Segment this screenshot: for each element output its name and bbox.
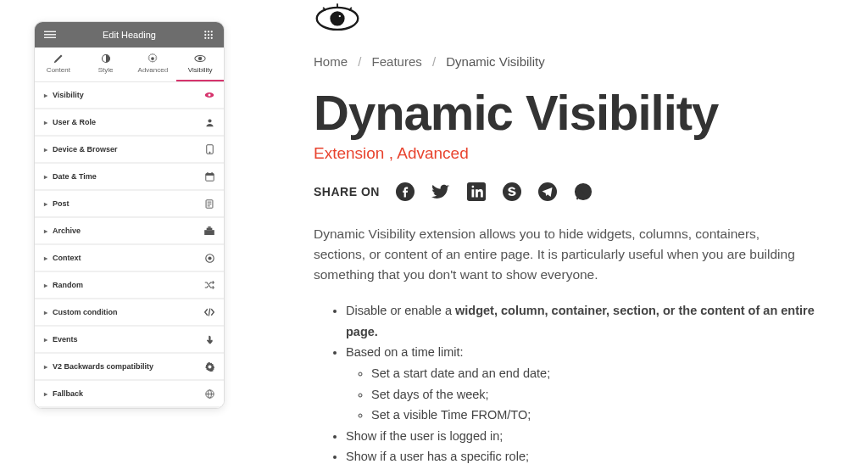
- breadcrumb-features[interactable]: Features: [372, 54, 422, 69]
- svg-point-33: [208, 256, 210, 259]
- acc-label: Device & Browser: [53, 145, 204, 154]
- chevron-right-icon: ▸: [44, 119, 47, 126]
- svg-point-17: [209, 94, 211, 97]
- svg-point-4: [208, 31, 209, 32]
- shuffle-icon: [204, 280, 214, 290]
- eye-icon: [204, 90, 214, 100]
- svg-point-6: [204, 34, 206, 36]
- list-item: Show if a user has a specific role;: [346, 446, 843, 464]
- tab-label: Advanced: [138, 66, 169, 74]
- acc-label: Context: [53, 254, 204, 262]
- chevron-right-icon: ▸: [44, 146, 47, 154]
- svg-point-7: [208, 34, 209, 36]
- acc-label: Visibility: [53, 91, 204, 99]
- chevron-right-icon: ▸: [44, 254, 47, 262]
- chevron-right-icon: ▸: [44, 282, 47, 289]
- tab-visibility[interactable]: Visibility: [176, 48, 224, 81]
- gear-icon: [204, 361, 214, 372]
- editor-panel: Edit Heading Content Style Advanced: [0, 0, 246, 464]
- phone-header: Edit Heading: [35, 22, 224, 48]
- svg-point-11: [211, 37, 213, 39]
- facebook-icon[interactable]: [395, 182, 415, 202]
- post-icon: [204, 198, 214, 209]
- accordion: ▸ Visibility ▸ User & Role ▸ Device & Br…: [35, 82, 224, 408]
- list-item: Disable or enable a widget, column, cont…: [346, 300, 843, 342]
- feature-list: Disable or enable a widget, column, cont…: [314, 300, 843, 464]
- acc-label: Random: [53, 281, 204, 289]
- acc-label: Archive: [53, 226, 204, 235]
- tab-label: Visibility: [188, 66, 213, 74]
- svg-rect-29: [204, 230, 214, 235]
- acc-archive[interactable]: ▸ Archive: [35, 218, 224, 245]
- tab-label: Content: [47, 66, 70, 74]
- device-icon: [204, 144, 214, 154]
- breadcrumb-sep: /: [432, 54, 436, 69]
- panel-tabs: Content Style Advanced Visibility: [35, 48, 224, 82]
- page-title: Dynamic Visibility: [314, 87, 843, 139]
- page-subtitle: Extension , Advanced: [314, 144, 843, 163]
- acc-user-role[interactable]: ▸ User & Role: [35, 109, 224, 137]
- linkedin-icon[interactable]: [466, 182, 487, 202]
- svg-point-34: [208, 365, 211, 368]
- acc-post[interactable]: ▸ Post: [35, 191, 224, 218]
- pointer-icon: [204, 334, 214, 344]
- svg-rect-0: [44, 31, 56, 32]
- svg-point-18: [208, 119, 211, 122]
- menu-icon[interactable]: [43, 28, 57, 42]
- acc-label: User & Role: [53, 118, 204, 126]
- tab-content[interactable]: Content: [35, 48, 82, 81]
- acc-device-browser[interactable]: ▸ Device & Browser: [35, 137, 224, 164]
- acc-label: Date & Time: [53, 172, 204, 181]
- svg-point-3: [204, 31, 206, 32]
- acc-v2-backwards[interactable]: ▸ V2 Backwards compatibility: [35, 354, 224, 381]
- chevron-right-icon: ▸: [44, 390, 47, 398]
- acc-events[interactable]: ▸ Events: [35, 327, 224, 354]
- chevron-right-icon: ▸: [44, 309, 47, 316]
- acc-label: Post: [53, 199, 204, 208]
- svg-point-10: [208, 37, 209, 39]
- phone-header-title: Edit Heading: [57, 30, 202, 40]
- chevron-right-icon: ▸: [44, 336, 47, 344]
- svg-rect-2: [44, 37, 56, 38]
- main-content: Home / Features / Dynamic Visibility Dyn…: [246, 0, 868, 464]
- user-icon: [204, 117, 214, 127]
- twitter-icon[interactable]: [431, 182, 451, 202]
- breadcrumb-home[interactable]: Home: [314, 54, 348, 69]
- svg-rect-22: [205, 173, 213, 175]
- acc-custom-condition[interactable]: ▸ Custom condition: [35, 299, 224, 327]
- phone-frame: Edit Heading Content Style Advanced: [34, 21, 225, 409]
- svg-point-5: [211, 31, 213, 32]
- acc-label: Custom condition: [53, 308, 204, 316]
- whatsapp-icon[interactable]: [573, 182, 593, 202]
- acc-label: Events: [53, 335, 204, 344]
- list-item: Set a visible Time FROM/TO;: [371, 405, 843, 426]
- svg-point-40: [337, 14, 342, 19]
- acc-random[interactable]: ▸ Random: [35, 272, 224, 299]
- skype-icon[interactable]: [502, 182, 522, 202]
- list-item: Based on a time limit: Set a start date …: [346, 342, 843, 426]
- breadcrumb-sep: /: [358, 54, 361, 69]
- svg-point-15: [198, 57, 202, 60]
- svg-rect-24: [211, 172, 212, 174]
- acc-date-time[interactable]: ▸ Date & Time: [35, 164, 224, 191]
- description: Dynamic Visibility extension allows you …: [314, 224, 797, 285]
- acc-visibility[interactable]: ▸ Visibility: [35, 82, 224, 109]
- telegram-icon[interactable]: [537, 182, 558, 202]
- svg-rect-1: [44, 34, 56, 35]
- svg-rect-30: [207, 228, 213, 231]
- archive-icon: [204, 226, 214, 236]
- svg-point-9: [204, 37, 206, 39]
- globe-icon: [204, 389, 214, 399]
- acc-fallback[interactable]: ▸ Fallback: [35, 381, 224, 408]
- grid-icon[interactable]: [202, 28, 215, 42]
- svg-point-20: [209, 152, 209, 153]
- svg-rect-23: [207, 172, 208, 174]
- acc-label: Fallback: [53, 389, 204, 398]
- breadcrumb-current: Dynamic Visibility: [446, 54, 544, 69]
- chevron-right-icon: ▸: [44, 227, 47, 235]
- tab-advanced[interactable]: Advanced: [130, 48, 177, 81]
- acc-context[interactable]: ▸ Context: [35, 245, 224, 272]
- code-icon: [204, 307, 214, 317]
- chevron-right-icon: ▸: [44, 92, 47, 99]
- tab-style[interactable]: Style: [82, 48, 130, 81]
